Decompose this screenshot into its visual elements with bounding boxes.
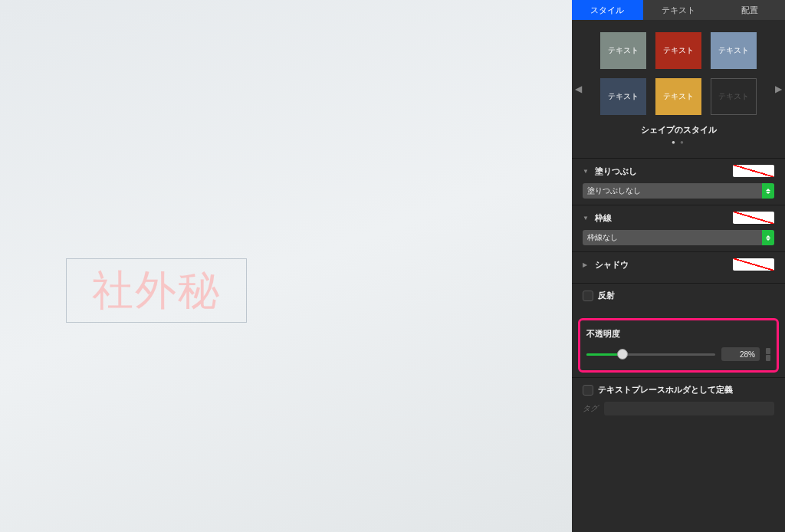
chevron-left-icon[interactable]: ◀ — [575, 84, 582, 94]
inspector-tabs: スタイル テキスト 配置 — [572, 0, 785, 20]
border-select[interactable]: 枠線なし — [583, 230, 774, 245]
fill-section: ▼ 塗りつぶし 塗りつぶしなし — [572, 158, 785, 205]
page-dots[interactable]: ● ● — [589, 139, 768, 146]
canvas[interactable]: 社外秘 — [0, 0, 572, 532]
tag-input[interactable] — [604, 402, 774, 415]
style-swatch[interactable]: テキスト — [655, 32, 701, 69]
text-object[interactable]: 社外秘 — [66, 258, 247, 323]
shadow-label: シャドウ — [595, 259, 728, 271]
disclosure-triangle-icon[interactable]: ▼ — [583, 168, 590, 175]
shadow-section: ▶ シャドウ — [572, 251, 785, 283]
opacity-stepper[interactable] — [766, 348, 770, 361]
chevron-right-icon[interactable]: ▶ — [775, 84, 782, 94]
slider-thumb[interactable] — [617, 349, 628, 360]
opacity-value[interactable]: 28% — [721, 347, 760, 361]
opacity-slider[interactable] — [586, 353, 715, 356]
border-label: 枠線 — [595, 212, 728, 224]
border-section: ▼ 枠線 枠線なし — [572, 205, 785, 251]
style-swatch[interactable]: テキスト — [600, 32, 646, 69]
placeholder-section: テキストプレースホルダとして定義 タグ — [572, 377, 785, 422]
shadow-color-well[interactable] — [733, 258, 774, 271]
reflect-checkbox[interactable] — [583, 291, 593, 301]
fill-label: 塗りつぶし — [595, 166, 728, 177]
style-swatches: ◀ ▶ テキスト テキスト テキスト テキスト テキスト テキスト シェイプのス… — [572, 20, 785, 158]
inspector-panel: スタイル テキスト 配置 ◀ ▶ テキスト テキスト テキスト テキスト テキス… — [572, 0, 785, 532]
text-content: 社外秘 — [92, 263, 221, 319]
reflect-section: 反射 — [572, 283, 785, 314]
style-swatch[interactable]: テキスト — [600, 78, 646, 115]
style-swatch[interactable]: テキスト — [711, 78, 757, 115]
style-title: シェイプのスタイル — [589, 124, 768, 136]
opacity-section: 不透明度 28% — [578, 318, 779, 373]
opacity-label: 不透明度 — [586, 328, 770, 340]
style-swatch[interactable]: テキスト — [711, 32, 757, 69]
tab-arrange[interactable]: 配置 — [714, 0, 785, 20]
tab-style[interactable]: スタイル — [572, 0, 643, 20]
border-color-well[interactable] — [733, 212, 774, 224]
disclosure-triangle-icon[interactable]: ▼ — [583, 215, 590, 222]
placeholder-checkbox[interactable] — [583, 385, 593, 396]
tag-label: タグ — [583, 403, 598, 414]
disclosure-triangle-icon[interactable]: ▶ — [583, 261, 590, 268]
tab-text[interactable]: テキスト — [643, 0, 714, 20]
placeholder-label: テキストプレースホルダとして定義 — [598, 384, 774, 396]
reflect-label: 反射 — [598, 290, 774, 301]
style-swatch[interactable]: テキスト — [655, 78, 701, 115]
fill-color-well[interactable] — [733, 165, 774, 177]
fill-select[interactable]: 塗りつぶしなし — [583, 183, 774, 199]
